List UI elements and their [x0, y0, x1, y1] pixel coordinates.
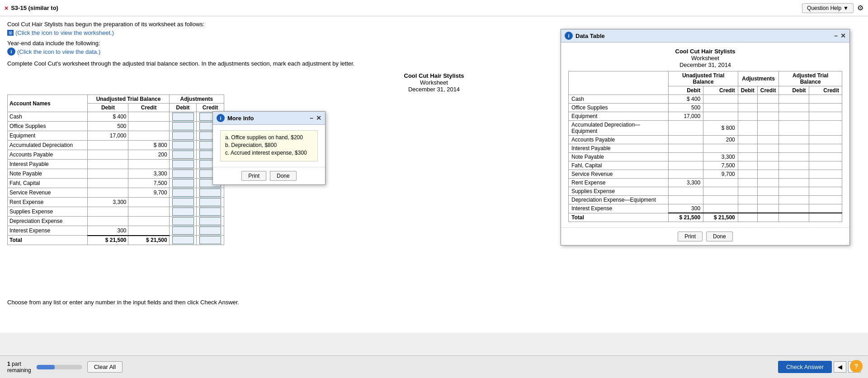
- col-adj-credit: Credit: [197, 104, 224, 112]
- dt-row-ucredit-2: [703, 112, 738, 121]
- dt-total-udebit: $ 21,500: [669, 213, 703, 222]
- ws-adj-credit-input-10[interactable]: [199, 208, 221, 216]
- close-icon[interactable]: ×: [5, 5, 8, 12]
- more-info-done-button[interactable]: Done: [270, 171, 297, 181]
- data-table-popup-header: i Data Table – ✕: [561, 29, 849, 43]
- ws-credit-1: [128, 122, 169, 131]
- dt-row-fcredit-6: [809, 153, 842, 161]
- ws-adj-credit-input-11[interactable]: [199, 217, 221, 225]
- ws-adj-debit-input-5[interactable]: [172, 160, 194, 168]
- dt-row-acredit-1: [757, 104, 779, 112]
- dt-row-ucredit-0: [703, 95, 738, 104]
- dt-row-adebit-0: [738, 95, 757, 104]
- ws-adj-credit-cell-12: [197, 226, 224, 236]
- dt-row-fdebit-8: [779, 170, 809, 179]
- dt-row-adebit-12: [738, 204, 757, 213]
- dt-row-acredit-2: [757, 112, 779, 121]
- dt-row-account-4: Accounts Payable: [569, 136, 669, 144]
- dt-row-acredit-10: [757, 187, 779, 196]
- dt-row-fcredit-0: [809, 95, 842, 104]
- ws-credit-2: [128, 131, 169, 141]
- data-table-print-button[interactable]: Print: [678, 232, 703, 241]
- ws-adj-debit-input-0[interactable]: [172, 113, 194, 121]
- top-bar-left: × S3-15 (similar to): [5, 5, 58, 12]
- dt-row-acredit-7: [757, 161, 779, 170]
- dt-total-acredit: [757, 213, 779, 222]
- dt-row-udebit-8: [669, 170, 703, 179]
- dt-row-udebit-10: [669, 187, 703, 196]
- ws-debit-8: [88, 188, 128, 198]
- grid-icon: ⊞: [7, 30, 14, 36]
- ws-adj-debit-input-6[interactable]: [172, 170, 194, 178]
- ws-debit-2: 17,000: [88, 131, 128, 141]
- more-info-close-button[interactable]: ✕: [316, 114, 321, 122]
- data-table-close-button[interactable]: ✕: [840, 32, 846, 39]
- ws-adj-credit-input-12[interactable]: [199, 227, 221, 235]
- dt-row-fdebit-3: [779, 121, 809, 136]
- ws-adj-debit-cell-1: [169, 122, 197, 131]
- dt-row-account-9: Rent Expense: [569, 179, 669, 187]
- gear-icon[interactable]: ⚙: [857, 4, 863, 12]
- ws-adj-debit-input-10[interactable]: [172, 208, 194, 216]
- dt-row-fdebit-10: [779, 187, 809, 196]
- ws-adj-debit-input-8[interactable]: [172, 189, 194, 197]
- more-info-minimize-button[interactable]: –: [310, 114, 313, 122]
- bottom-instruction: Choose from any list or enter any number…: [7, 299, 239, 306]
- data-table-popup: i Data Table – ✕ Cool Cut Hair Stylists …: [561, 29, 850, 246]
- ws-adj-debit-input-3[interactable]: [172, 141, 194, 149]
- dt-row-fcredit-1: [809, 104, 842, 112]
- col-adj-debit: Debit: [169, 104, 197, 112]
- data-table: Unadjusted Trial Balance Adjustments Adj…: [568, 71, 842, 222]
- dt-row-fcredit-11: [809, 196, 842, 204]
- data-table-done-button[interactable]: Done: [706, 232, 733, 241]
- data-table-minimize-button[interactable]: –: [834, 32, 838, 39]
- ws-adj-debit-input-7[interactable]: [172, 179, 194, 187]
- dt-row-udebit-12: 300: [669, 204, 703, 213]
- ws-total-adj-credit-input[interactable]: [199, 236, 221, 244]
- dt-row-ucredit-7: 7,500: [703, 161, 738, 170]
- dt-row-udebit-9: 3,300: [669, 179, 703, 187]
- dt-col-adjustments: Adjustments: [738, 71, 779, 86]
- ws-adj-debit-input-12[interactable]: [172, 227, 194, 235]
- ws-adj-debit-input-9[interactable]: [172, 198, 194, 206]
- ws-adj-debit-cell-5: [169, 160, 197, 169]
- dt-row-acredit-9: [757, 179, 779, 187]
- question-help-button[interactable]: Question Help ▼: [802, 3, 854, 13]
- dt-row-acredit-4: [757, 136, 779, 144]
- dt-row-ucredit-6: 3,300: [703, 153, 738, 161]
- col-unadj-credit: Credit: [128, 104, 169, 112]
- dt-date: December 31, 2014: [568, 61, 842, 68]
- ws-adj-debit-input-11[interactable]: [172, 217, 194, 225]
- dt-row-fdebit-9: [779, 179, 809, 187]
- ws-adj-debit-input-4[interactable]: [172, 151, 194, 159]
- dt-row-fdebit-12: [779, 204, 809, 213]
- ws-debit-9: 3,300: [88, 198, 128, 207]
- ws-account-8: Service Revenue: [8, 188, 88, 198]
- dt-row-ucredit-11: [703, 196, 738, 204]
- dt-row-ucredit-5: [703, 144, 738, 153]
- ws-adj-debit-input-1[interactable]: [172, 122, 194, 130]
- dt-row-udebit-7: [669, 161, 703, 170]
- ws-credit-10: [128, 207, 169, 217]
- ws-adj-debit-input-2[interactable]: [172, 132, 194, 140]
- dt-row-account-3: Accumulated Depreciation—Equipment: [569, 121, 669, 136]
- dt-row-adebit-6: [738, 153, 757, 161]
- dt-row-fcredit-9: [809, 179, 842, 187]
- ws-adj-debit-cell-8: [169, 188, 197, 198]
- dt-row-acredit-12: [757, 204, 779, 213]
- ws-credit-7: 7,500: [128, 179, 169, 188]
- ws-adj-credit-input-9[interactable]: [199, 198, 221, 206]
- dt-row-ucredit-8: 9,700: [703, 170, 738, 179]
- dt-row-fdebit-7: [779, 161, 809, 170]
- dt-row-ucredit-1: [703, 104, 738, 112]
- more-info-print-button[interactable]: Print: [241, 171, 266, 181]
- ws-debit-3: [88, 141, 128, 150]
- dt-row-acredit-11: [757, 196, 779, 204]
- ws-total-label: Total: [8, 236, 88, 245]
- ws-adj-debit-cell-12: [169, 226, 197, 236]
- ws-adj-credit-input-8[interactable]: [199, 189, 221, 197]
- more-info-popup-header: i More Info – ✕: [213, 112, 325, 125]
- dt-row-account-5: Interest Payable: [569, 144, 669, 153]
- ws-total-adj-debit-input[interactable]: [172, 236, 194, 244]
- dt-row-adebit-3: [738, 121, 757, 136]
